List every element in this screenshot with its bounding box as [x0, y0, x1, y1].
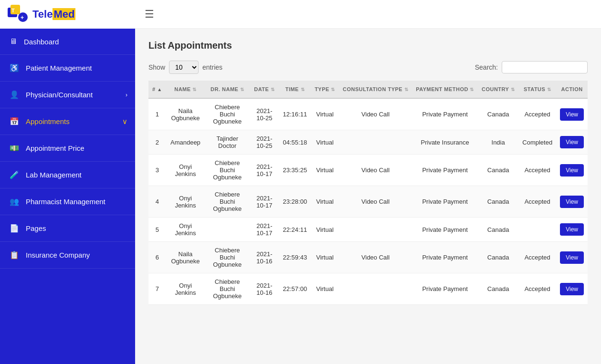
sidebar-item-label: Dashboard [24, 38, 59, 46]
cell-type: Virtual [311, 242, 339, 273]
cell-date: 2021-10-25 [250, 98, 279, 130]
cell-consultation-type [339, 130, 412, 155]
cell-name: Naila Ogbuneke [166, 242, 205, 273]
cell-dr-name: Chiebere Buchi Ogbuneke [205, 186, 250, 218]
cell-payment-method: Private Payment [412, 242, 478, 273]
cell-name: Onyi Jenkins [166, 218, 205, 242]
view-button[interactable]: View [560, 283, 584, 295]
cell-payment-method: Private Payment [412, 218, 478, 242]
logo-text: TeleMed [32, 8, 75, 21]
sidebar-item-label: Appointments [26, 117, 70, 125]
cell-country: India [478, 130, 518, 155]
col-name[interactable]: NAME ⇅ [166, 81, 205, 98]
col-time[interactable]: TIME ⇅ [279, 81, 311, 98]
cell-num: 5 [148, 218, 166, 242]
view-button[interactable]: View [560, 223, 584, 236]
sidebar-item-lab-management[interactable]: 🧪 Lab Management [0, 162, 135, 188]
sidebar-item-appointment-price[interactable]: 💵 Appointment Price [0, 135, 135, 162]
table-row: 3Onyi JenkinsChiebere Buchi Ogbuneke2021… [148, 155, 588, 186]
cell-date: 2021-10-17 [250, 218, 279, 242]
cell-payment-method: Private Payment [412, 98, 478, 130]
sidebar-item-appointments[interactable]: 📅 Appointments ∨ [0, 108, 135, 135]
logo-icon: T + [8, 4, 29, 25]
cell-action[interactable]: View [556, 242, 588, 273]
table-row: 2AmandeepTajinder Doctor2021-10-2504:55:… [148, 130, 588, 155]
cell-date: 2021-10-25 [250, 130, 279, 155]
cell-country: Canada [478, 273, 518, 305]
sidebar-item-pages[interactable]: 📄 Pages [0, 215, 135, 242]
cell-action[interactable]: View [556, 186, 588, 218]
cell-name: Onyi Jenkins [166, 155, 205, 186]
search-input[interactable] [502, 61, 588, 73]
sidebar-item-insurance-company[interactable]: 📋 Insurance Company [0, 242, 135, 269]
cell-num: 3 [148, 155, 166, 186]
content-area: List Appointments Show 10 25 50 100 entr… [135, 29, 601, 364]
col-payment-method[interactable]: PAYMENT METHOD ⇅ [412, 81, 478, 98]
cell-country: Canada [478, 155, 518, 186]
sidebar-item-label: Pharmacist Management [26, 198, 105, 206]
appointments-table: # ▲ NAME ⇅ DR. NAME ⇅ DATE ⇅ TIME ⇅ TYPE… [148, 81, 588, 305]
view-button[interactable]: View [560, 251, 584, 264]
sidebar-item-label: Physician/Consultant [26, 91, 93, 99]
cell-status: Accepted [518, 242, 556, 273]
sidebar-item-label: Lab Management [26, 171, 82, 179]
svg-text:T: T [11, 8, 15, 13]
col-consultation-type[interactable]: CONSULTATION TYPE ⇅ [339, 81, 412, 98]
col-date[interactable]: DATE ⇅ [250, 81, 279, 98]
col-action: ACTION [556, 81, 588, 98]
table-controls: Show 10 25 50 100 entries Search: [148, 61, 588, 74]
svg-text:+: + [21, 14, 24, 21]
cell-dr-name: Tajinder Doctor [205, 130, 250, 155]
col-status[interactable]: STATUS ⇅ [518, 81, 556, 98]
cell-date: 2021-10-17 [250, 186, 279, 218]
cell-action[interactable]: View [556, 130, 588, 155]
cell-action[interactable]: View [556, 155, 588, 186]
view-button[interactable]: View [560, 196, 584, 208]
view-button[interactable]: View [560, 164, 584, 177]
col-num[interactable]: # ▲ [148, 81, 166, 98]
sidebar-item-physician-consultant[interactable]: 👤 Physician/Consultant › [0, 82, 135, 108]
show-label: Show [148, 63, 165, 71]
cell-payment-method: Private Payment [412, 273, 478, 305]
sidebar-item-patient-management[interactable]: ♿ Patient Management [0, 55, 135, 82]
col-country[interactable]: COUNTRY ⇅ [478, 81, 518, 98]
cell-name: Onyi Jenkins [166, 273, 205, 305]
cell-action[interactable]: View [556, 98, 588, 130]
hamburger-menu[interactable]: ☰ [145, 8, 154, 21]
price-icon: 💵 [10, 144, 19, 153]
sidebar-item-label: Insurance Company [26, 251, 90, 259]
cell-time: 22:59:43 [279, 242, 311, 273]
insurance-icon: 📋 [10, 250, 19, 260]
cell-payment-method: Private Insurance [412, 130, 478, 155]
cell-consultation-type [339, 273, 412, 305]
cell-consultation-type: Video Call [339, 186, 412, 218]
logo-highlight: Med [53, 8, 75, 20]
cell-date: 2021-10-16 [250, 273, 279, 305]
patient-icon: ♿ [10, 63, 19, 73]
cell-payment-method: Private Payment [412, 155, 478, 186]
appointments-icon: 📅 [10, 117, 19, 126]
cell-payment-method: Private Payment [412, 186, 478, 218]
cell-time: 12:16:11 [279, 98, 311, 130]
sidebar-item-dashboard[interactable]: 🖥 Dashboard [0, 29, 135, 55]
view-button[interactable]: View [560, 136, 584, 148]
cell-action[interactable]: View [556, 218, 588, 242]
cell-action[interactable]: View [556, 273, 588, 305]
col-dr-name[interactable]: DR. NAME ⇅ [205, 81, 250, 98]
cell-time: 22:24:11 [279, 218, 311, 242]
cell-type: Virtual [311, 98, 339, 130]
cell-type: Virtual [311, 130, 339, 155]
entries-select[interactable]: 10 25 50 100 [169, 61, 199, 74]
sidebar-item-pharmacist-management[interactable]: 👥 Pharmacist Management [0, 188, 135, 215]
col-type[interactable]: TYPE ⇅ [311, 81, 339, 98]
sidebar-item-label: Pages [26, 224, 46, 232]
table-row: 5Onyi Jenkins2021-10-1722:24:11VirtualPr… [148, 218, 588, 242]
table-header-row: # ▲ NAME ⇅ DR. NAME ⇅ DATE ⇅ TIME ⇅ TYPE… [148, 81, 588, 98]
view-button[interactable]: View [560, 108, 584, 121]
cell-consultation-type: Video Call [339, 155, 412, 186]
cell-consultation-type: Video Call [339, 98, 412, 130]
cell-type: Virtual [311, 155, 339, 186]
cell-status: Accepted [518, 155, 556, 186]
cell-time: 23:35:25 [279, 155, 311, 186]
cell-date: 2021-10-17 [250, 155, 279, 186]
